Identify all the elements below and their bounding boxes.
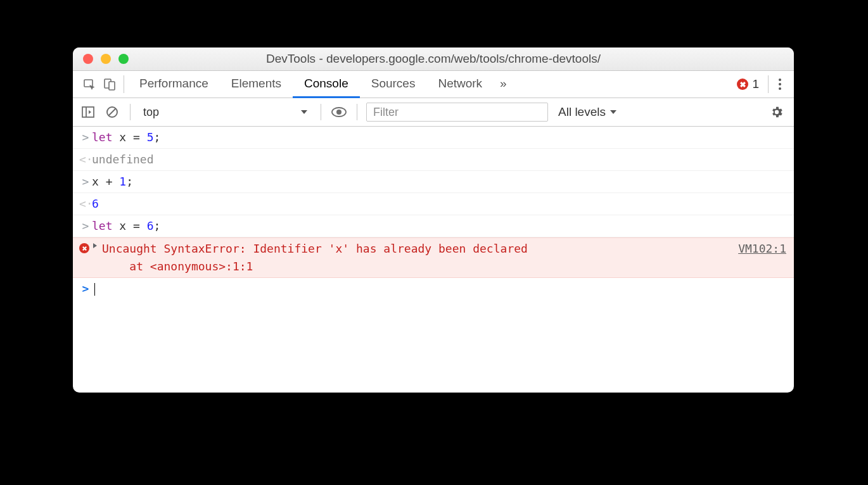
error-icon [737, 79, 748, 90]
error-count-badge[interactable]: 1 [732, 71, 764, 98]
more-options-button[interactable] [772, 71, 788, 98]
divider [321, 104, 321, 120]
svg-point-8 [336, 110, 341, 115]
code-line: x + 1; [92, 173, 786, 191]
execution-context-selector[interactable]: top [139, 103, 312, 122]
svg-rect-2 [109, 82, 115, 90]
console-output[interactable]: >let x = 5;<·undefined>x + 1;<·6>let x =… [73, 127, 794, 299]
tab-elements[interactable]: Elements [220, 71, 293, 98]
divider [768, 75, 769, 93]
code-line: undefined [92, 151, 786, 168]
execution-context-label: top [143, 106, 159, 119]
inspect-element-icon[interactable] [79, 71, 99, 98]
divider [124, 75, 124, 93]
filter-input[interactable] [366, 103, 548, 122]
toggle-console-sidebar-icon[interactable] [79, 106, 97, 118]
console-row: > [73, 278, 794, 299]
close-window-button[interactable] [83, 54, 93, 64]
clear-console-icon[interactable] [103, 106, 121, 118]
log-levels-selector[interactable]: All levels [554, 105, 621, 119]
console-row: Uncaught SyntaxError: Identifier 'x' has… [73, 237, 794, 278]
console-row: >x + 1; [73, 171, 794, 193]
tabs-overflow-button[interactable]: » [494, 71, 513, 98]
minimize-window-button[interactable] [101, 54, 111, 64]
devtools-window: DevTools - developers.google.com/web/too… [73, 47, 794, 393]
input-marker: > [79, 217, 92, 235]
error-count: 1 [752, 77, 759, 91]
panel-tabs: PerformanceElementsConsoleSourcesNetwork [128, 71, 494, 98]
console-row: >let x = 5; [73, 127, 794, 149]
output-marker: <· [79, 195, 92, 213]
divider [357, 104, 357, 120]
console-row: <·6 [73, 193, 794, 215]
live-expression-icon[interactable] [330, 107, 348, 117]
error-message: Uncaught SyntaxError: Identifier 'x' has… [102, 240, 725, 275]
output-marker: <· [79, 151, 92, 168]
code-line: 6 [92, 195, 786, 213]
tab-sources[interactable]: Sources [360, 71, 427, 98]
window-title: DevTools - developers.google.com/web/too… [73, 52, 794, 66]
code-line: let x = 5; [92, 129, 786, 146]
prompt-marker: > [79, 280, 92, 298]
code-line: let x = 6; [92, 217, 786, 235]
chevron-down-icon [300, 110, 308, 115]
console-row: <·undefined [73, 149, 794, 171]
svg-rect-3 [82, 107, 94, 117]
window-controls [73, 54, 129, 64]
console-toolbar: top All levels [73, 98, 794, 127]
zoom-window-button[interactable] [118, 54, 129, 64]
console-row: >let x = 6; [73, 215, 794, 237]
input-marker: > [79, 173, 92, 191]
svg-line-6 [109, 109, 116, 116]
tab-network[interactable]: Network [426, 71, 494, 98]
error-icon [79, 240, 92, 253]
console-input[interactable] [92, 280, 786, 298]
devtools-tabbar: PerformanceElementsConsoleSourcesNetwork… [73, 71, 794, 98]
toggle-device-toolbar-icon[interactable] [99, 71, 120, 98]
tab-performance[interactable]: Performance [128, 71, 220, 98]
input-marker: > [79, 129, 92, 146]
log-levels-label: All levels [558, 105, 606, 119]
error-source-link[interactable]: VM102:1 [725, 240, 786, 258]
chevron-down-icon [610, 110, 617, 115]
divider [130, 104, 131, 120]
expand-triangle-icon[interactable] [92, 240, 102, 249]
titlebar: DevTools - developers.google.com/web/too… [73, 47, 794, 71]
console-settings-icon[interactable] [766, 105, 788, 119]
tab-console[interactable]: Console [293, 71, 360, 98]
